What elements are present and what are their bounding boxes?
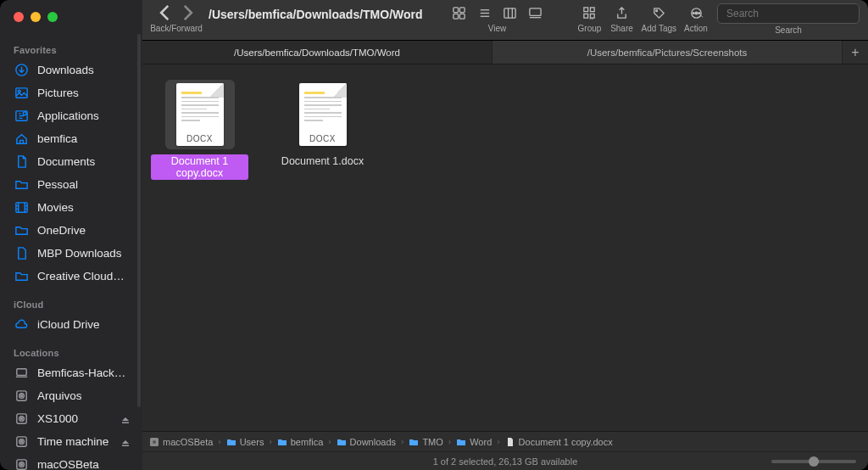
sidebar-item-creative-cloud-[interactable]: Creative Cloud… — [0, 265, 142, 288]
file-label: Document 1 copy.docx — [151, 154, 248, 180]
svg-point-22 — [20, 441, 22, 443]
tab[interactable]: /Users/bemfica/Downloads/TMO/Word — [142, 41, 492, 64]
sidebar-item-downloads[interactable]: Downloads — [0, 59, 142, 81]
share-button[interactable] — [609, 3, 634, 22]
folder-icon — [14, 223, 29, 238]
forward-button[interactable] — [176, 3, 198, 22]
svg-point-45 — [695, 12, 698, 14]
status-text: 1 of 2 selected, 26,13 GB available — [433, 456, 578, 467]
share-label: Share — [610, 24, 633, 33]
view-icon-button[interactable] — [447, 3, 472, 22]
back-forward-label: Back/Forward — [150, 24, 203, 33]
svg-rect-1 — [15, 88, 26, 98]
add-tags-button[interactable] — [646, 3, 671, 22]
new-tab-button[interactable]: + — [843, 41, 868, 64]
svg-rect-34 — [504, 8, 515, 17]
disk-icon — [14, 434, 29, 450]
close-button[interactable] — [14, 12, 24, 22]
svg-rect-42 — [590, 14, 594, 18]
sidebar-section-locations: Locations — [0, 336, 142, 361]
folder-icon — [14, 177, 29, 193]
view-gallery-button[interactable] — [523, 3, 548, 22]
sidebar-item-movies[interactable]: Movies — [0, 196, 142, 219]
svg-rect-39 — [584, 7, 588, 11]
sidebar-item-pictures[interactable]: Pictures — [0, 81, 142, 104]
sidebar-item-mbp-downloads[interactable]: MBP Downloads — [0, 242, 142, 265]
svg-rect-20 — [16, 437, 25, 446]
svg-rect-12 — [16, 369, 25, 376]
path-segment[interactable]: Downloads — [337, 437, 396, 447]
svg-point-43 — [655, 9, 657, 11]
svg-rect-19 — [122, 422, 129, 423]
file-browser-content[interactable]: DOCXDocument 1 copy.docxDOCXDocument 1.d… — [142, 64, 868, 431]
sidebar-item-bemfica[interactable]: bemfica — [0, 127, 142, 150]
svg-rect-28 — [460, 7, 465, 12]
sidebar-item-documents[interactable]: Documents — [0, 150, 142, 173]
sidebar-item-macosbeta[interactable]: macOSBeta — [0, 453, 142, 470]
back-button[interactable] — [154, 3, 176, 22]
path-segment[interactable]: macOSBeta — [149, 437, 213, 447]
sidebar-item-applications[interactable]: Applications — [0, 104, 142, 127]
view-column-button[interactable] — [498, 3, 523, 22]
sidebar-item-onedrive[interactable]: OneDrive — [0, 219, 142, 242]
group-button[interactable] — [576, 3, 602, 22]
sidebar-item-pessoal[interactable]: Pessoal — [0, 173, 142, 196]
path-segment[interactable]: bemfica — [277, 437, 324, 447]
svg-rect-24 — [16, 460, 25, 469]
file-icon: DOCX — [288, 80, 358, 149]
path-title: /Users/bemfica/Downloads/TMO/Word — [202, 3, 430, 25]
eject-icon[interactable] — [120, 413, 132, 425]
path-segment[interactable]: TMO — [409, 437, 442, 447]
svg-rect-37 — [530, 8, 541, 14]
svg-point-15 — [20, 395, 22, 397]
sidebar-item-icloud-drive[interactable]: iCloud Drive — [0, 313, 142, 336]
svg-point-17 — [19, 417, 24, 422]
icon-size-slider[interactable] — [771, 460, 856, 463]
action-button[interactable] — [683, 3, 709, 22]
view-label: View — [488, 24, 507, 33]
tab[interactable]: /Users/bemfica/Pictures/Screenshots — [492, 41, 843, 64]
svg-point-18 — [20, 418, 22, 420]
file-item[interactable]: DOCXDocument 1.docx — [274, 80, 371, 168]
file-item[interactable]: DOCXDocument 1 copy.docx — [151, 80, 248, 180]
movies-icon — [14, 200, 29, 215]
sidebar-item-time-machine[interactable]: Time machine — [0, 430, 142, 453]
path-segment[interactable]: Users — [226, 437, 264, 447]
svg-rect-40 — [584, 14, 588, 18]
svg-rect-13 — [16, 391, 25, 400]
svg-point-14 — [19, 394, 24, 399]
svg-rect-5 — [15, 203, 26, 212]
sidebar-item-xs1000[interactable]: XS1000 — [0, 407, 142, 430]
search-field[interactable] — [717, 3, 860, 24]
search-input[interactable] — [726, 8, 854, 20]
minimize-button[interactable] — [31, 12, 41, 22]
status-bar: 1 of 2 selected, 26,13 GB available — [142, 451, 868, 470]
laptop-icon — [14, 366, 29, 381]
main-area: Back/Forward /Users/bemfica/Downloads/TM… — [142, 0, 868, 470]
svg-point-47 — [698, 12, 699, 14]
search-label: Search — [775, 25, 802, 35]
docs-icon — [14, 154, 29, 170]
path-bar: macOSBeta›Users›bemfica›Downloads›TMO›Wo… — [142, 431, 868, 451]
path-segment[interactable]: Word — [456, 437, 492, 447]
view-list-button[interactable] — [472, 3, 498, 22]
download-icon — [14, 63, 29, 78]
fullscreen-button[interactable] — [47, 12, 58, 22]
svg-rect-29 — [453, 14, 459, 19]
disk-icon — [14, 411, 29, 427]
sidebar: FavoritesDownloadsPicturesApplicationsbe… — [0, 0, 142, 470]
finder-window: FavoritesDownloadsPicturesApplicationsbe… — [0, 0, 868, 470]
svg-point-26 — [20, 464, 22, 466]
sidebar-item-bemficas-hack-[interactable]: Bemficas-Hack… — [0, 361, 142, 384]
svg-rect-23 — [122, 445, 129, 446]
eject-icon[interactable] — [120, 436, 132, 448]
sidebar-item-arquivos[interactable]: Arquivos — [0, 384, 142, 407]
file-label: Document 1.docx — [278, 154, 367, 168]
sidebar-scrollbar[interactable] — [137, 34, 141, 407]
svg-rect-16 — [16, 414, 25, 423]
path-segment[interactable]: Document 1 copy.docx — [505, 437, 613, 447]
apps-icon — [14, 109, 29, 124]
disk-icon — [14, 457, 29, 470]
svg-rect-27 — [453, 7, 459, 12]
toolbar: Back/Forward /Users/bemfica/Downloads/TM… — [142, 0, 868, 41]
